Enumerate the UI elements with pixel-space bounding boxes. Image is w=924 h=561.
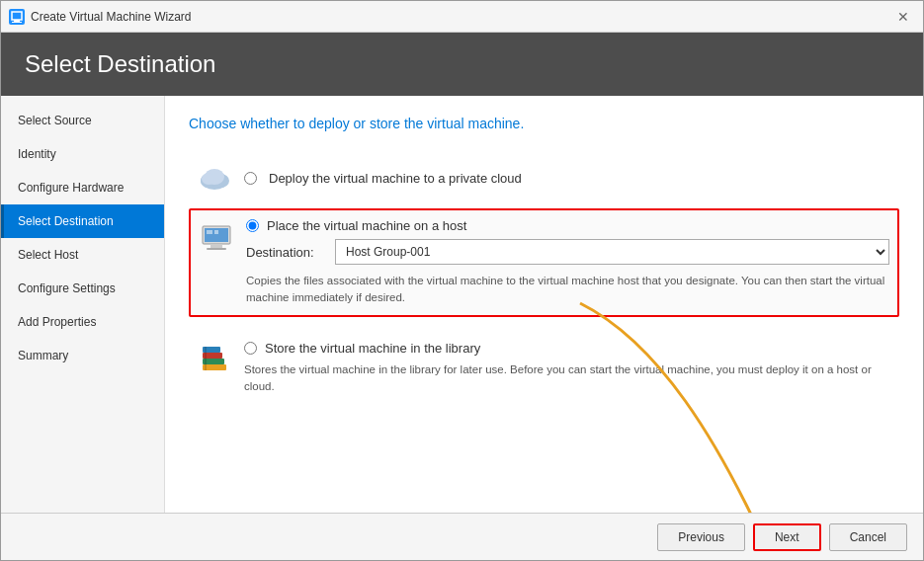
host-icon xyxy=(199,220,234,256)
svg-rect-18 xyxy=(205,347,207,370)
next-button[interactable]: Next xyxy=(753,523,821,551)
svg-point-7 xyxy=(202,173,215,185)
store-in-library-content: Store the virtual machine in the library… xyxy=(244,341,891,396)
library-icon xyxy=(197,343,232,378)
private-cloud-radio[interactable] xyxy=(244,172,257,185)
sidebar: Select Source Identity Configure Hardwar… xyxy=(1,96,165,513)
svg-rect-0 xyxy=(12,12,22,20)
sidebar-item-configure-settings[interactable]: Configure Settings xyxy=(1,272,164,305)
previous-button[interactable]: Previous xyxy=(657,523,745,551)
sidebar-item-select-host[interactable]: Select Host xyxy=(1,238,164,272)
place-on-host-label[interactable]: Place the virtual machine on a host xyxy=(267,218,466,233)
destination-row: Destination: Host Group-001 xyxy=(246,239,889,265)
sidebar-item-select-destination[interactable]: Select Destination xyxy=(1,204,164,238)
page-header: Select Destination xyxy=(1,33,923,96)
place-on-host-content: Place the virtual machine on a host Dest… xyxy=(246,218,889,307)
cancel-button[interactable]: Cancel xyxy=(829,523,907,551)
place-on-host-description: Copies the files associated with the vir… xyxy=(246,273,889,307)
sidebar-item-summary[interactable]: Summary xyxy=(1,339,164,372)
close-button[interactable]: ✕ xyxy=(891,5,915,29)
wizard-body: Select Source Identity Configure Hardwar… xyxy=(1,96,923,513)
svg-rect-13 xyxy=(214,230,218,234)
store-in-library-label[interactable]: Store the virtual machine in the library xyxy=(265,341,480,356)
store-in-library-option: Store the virtual machine in the library… xyxy=(189,333,899,404)
destination-label-text: Destination: xyxy=(246,245,325,260)
main-content: Choose whether to deploy or store the vi… xyxy=(165,96,923,513)
window-icon xyxy=(9,9,25,25)
sidebar-item-configure-hardware[interactable]: Configure Hardware xyxy=(1,171,164,204)
sidebar-item-select-source[interactable]: Select Source xyxy=(1,104,164,137)
svg-rect-1 xyxy=(14,20,20,22)
private-cloud-label[interactable]: Deploy the virtual machine to a private … xyxy=(269,171,522,186)
svg-rect-2 xyxy=(12,22,22,23)
place-on-host-radio[interactable] xyxy=(246,219,259,232)
svg-rect-12 xyxy=(207,230,212,234)
svg-rect-11 xyxy=(207,248,226,250)
store-in-library-radio[interactable] xyxy=(244,342,257,355)
destination-select[interactable]: Host Group-001 xyxy=(335,239,889,265)
sidebar-item-identity[interactable]: Identity xyxy=(1,137,164,171)
place-on-host-option: Place the virtual machine on a host Dest… xyxy=(189,208,899,317)
store-in-library-description: Stores the virtual machine in the librar… xyxy=(244,361,891,396)
sidebar-item-add-properties[interactable]: Add Properties xyxy=(1,305,164,339)
svg-rect-10 xyxy=(210,244,222,248)
private-cloud-option: Deploy the virtual machine to a private … xyxy=(189,151,899,200)
content-subtitle: Choose whether to deploy or store the vi… xyxy=(189,116,899,131)
title-bar: Create Virtual Machine Wizard ✕ xyxy=(1,1,923,33)
footer: Previous Next Cancel xyxy=(1,513,923,560)
window-title: Create Virtual Machine Wizard xyxy=(31,10,891,24)
page-title: Select Destination xyxy=(25,50,899,78)
content-wrapper: Choose whether to deploy or store the vi… xyxy=(165,96,923,513)
store-in-library-label-row: Store the virtual machine in the library xyxy=(244,341,891,356)
place-on-host-label-row: Place the virtual machine on a host xyxy=(246,218,889,233)
cloud-icon xyxy=(197,161,232,197)
wizard-window: Create Virtual Machine Wizard ✕ Select D… xyxy=(0,0,924,561)
